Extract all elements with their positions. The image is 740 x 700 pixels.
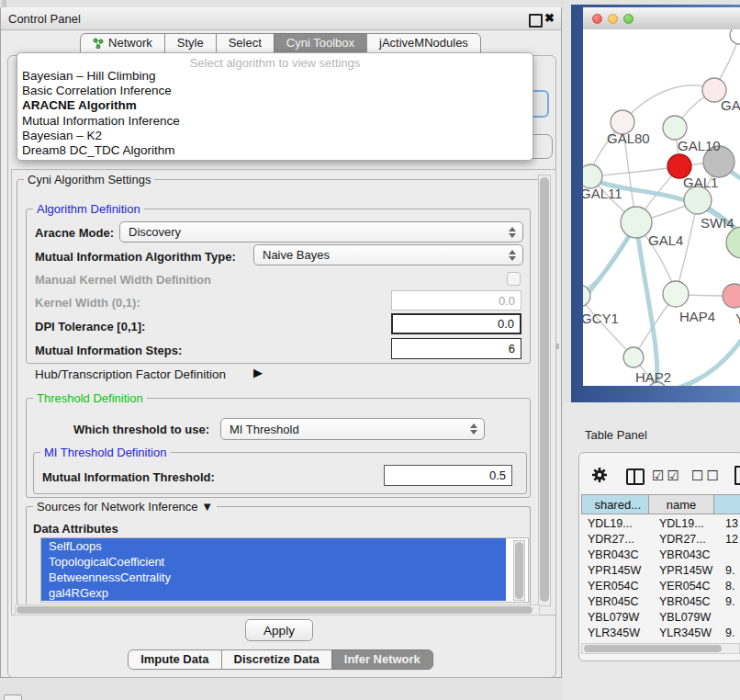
node-label-GAL10: GAL10 <box>678 138 721 153</box>
network-node[interactable] <box>723 284 740 308</box>
table-cell: YBR043C <box>588 548 652 561</box>
node-label-SWI4: SWI4 <box>701 215 734 231</box>
table-row[interactable]: YDR27...YDR27...12 <box>581 533 740 548</box>
table-horizontal-scrollbar[interactable] <box>581 643 740 654</box>
close-icon[interactable]: ✖ <box>544 11 555 25</box>
table-panel-title: Table Panel <box>585 428 647 442</box>
table-cell: YBR043C <box>659 548 720 561</box>
collapse-down-icon[interactable]: ▼ <box>201 500 213 514</box>
network-edge[interactable] <box>583 296 633 357</box>
network-node[interactable] <box>663 281 689 307</box>
list-scrollbar-thumb[interactable] <box>515 542 523 599</box>
float-window-icon[interactable] <box>529 14 543 28</box>
data-attribute-item[interactable]: BetweennessCentrality <box>41 570 506 585</box>
control-panel-tabbar: NetworkStyleSelectCyni ToolboxjActiveMNo… <box>0 33 562 53</box>
which-threshold-label: Which threshold to use: <box>73 423 209 436</box>
table-row[interactable]: YBR043CYBR043C <box>581 548 740 564</box>
tab-impute-data[interactable]: Impute Data <box>128 649 221 670</box>
table-row[interactable]: YBL079WYBL079W <box>581 611 740 627</box>
algorithm-option[interactable]: Bayesian – Hill Climbing <box>17 69 533 84</box>
mi-algorithm-type-combo[interactable]: Naive Bayes <box>253 244 523 265</box>
table-cell: YDL19... <box>659 517 720 530</box>
mi-steps-field[interactable]: 6 <box>391 338 521 359</box>
dropdown-placeholder: Select algorithm to view settings <box>17 53 533 69</box>
algorithm-option[interactable]: Basic Correlation Inference <box>17 84 533 98</box>
tab-label: Network <box>108 33 152 53</box>
tab-style[interactable]: Style <box>164 33 217 53</box>
table-row[interactable]: YDL19...YDL19...13 <box>581 517 740 533</box>
mi-threshold-field[interactable]: 0.5 <box>384 465 512 486</box>
network-canvas[interactable]: GALGAL80GAL10GAL1GAL11SWI4GAL4GCY1HAP4YH… <box>583 29 740 386</box>
data-attributes-list[interactable]: SelfLoopsTopologicalCoefficientBetweenne… <box>40 537 529 603</box>
network-window-titlebar[interactable] <box>583 7 740 30</box>
select-all-columns-icon[interactable]: ☑☑ <box>652 468 682 484</box>
which-threshold-combo[interactable]: MI Threshold <box>220 418 485 440</box>
data-attribute-item[interactable]: SelfLoops <box>41 538 506 554</box>
aracne-mode-combo[interactable]: Discovery <box>119 221 523 243</box>
table-rows: YDL19...YDL19...13YDR27...YDR27...12YBR0… <box>581 515 740 643</box>
dropdown-items: Bayesian – Hill ClimbingBasic Correlatio… <box>17 69 533 158</box>
manual-kernel-width-checkbox[interactable] <box>507 272 521 286</box>
minimize-traffic-light-icon[interactable] <box>608 14 618 24</box>
algorithm-option[interactable]: ARACNE Algorithm <box>17 98 533 113</box>
expand-right-icon[interactable]: ▶ <box>253 366 263 379</box>
table-row[interactable]: YBR045CYBR045C9. <box>581 595 740 611</box>
column-header-shared...[interactable]: shared... <box>581 494 649 514</box>
tab-network[interactable]: Network <box>80 33 165 53</box>
node-label-GAL1: GAL1 <box>683 175 718 190</box>
network-node[interactable] <box>726 227 740 258</box>
tab-label: jActiveMNodules <box>379 33 468 53</box>
divider-handle[interactable] <box>556 344 559 349</box>
network-node[interactable] <box>730 29 740 44</box>
deselect-all-columns-icon[interactable]: ☐☐ <box>691 468 722 484</box>
table-cell: YER054C <box>588 580 652 593</box>
application-root: Control Panel ✖ NetworkStyleSelectCyni T… <box>0 0 740 700</box>
document-icon-fragment[interactable] <box>734 466 740 485</box>
network-node[interactable] <box>623 347 644 367</box>
algorithm-option[interactable]: Dream8 DC_TDC Algorithm <box>17 143 533 158</box>
data-attribute-item[interactable]: TopologicalCoefficient <box>41 554 506 570</box>
table-hscrollbar-thumb[interactable] <box>584 645 722 652</box>
network-node[interactable] <box>663 116 687 140</box>
column-header-extra[interactable] <box>714 494 740 514</box>
algorithm-option[interactable]: Mutual Information Inference <box>17 114 533 129</box>
bottom-left-button-fragment[interactable] <box>4 694 22 700</box>
network-edge[interactable] <box>590 166 679 176</box>
tab-discretize-data[interactable]: Discretize Data <box>221 649 332 670</box>
settings-hscrollbar-thumb[interactable] <box>17 606 533 614</box>
network-node[interactable] <box>684 186 712 214</box>
settings-scrollbar-thumb[interactable] <box>540 177 549 602</box>
table-cell: 9. <box>725 595 740 608</box>
network-edge[interactable] <box>622 85 714 122</box>
sources-group-title: Sources for Network Inference ▼ <box>33 500 217 514</box>
table-row[interactable]: YLR345WYLR345W9. <box>581 627 740 642</box>
mi-steps-label: Mutual Information Steps: <box>35 344 182 357</box>
network-node[interactable] <box>621 207 652 238</box>
node-label-GAL4: GAL4 <box>648 232 683 248</box>
apply-button[interactable]: Apply <box>245 619 313 641</box>
table-settings-gear-icon[interactable] <box>591 467 608 483</box>
tab-cyni-toolbox[interactable]: Cyni Toolbox <box>274 33 367 53</box>
settings-vertical-scrollbar[interactable] <box>538 175 551 606</box>
split-columns-icon[interactable] <box>626 469 645 485</box>
table-row[interactable]: YER054CYER054C8. <box>581 580 740 595</box>
network-edge-highlighted[interactable] <box>583 224 636 312</box>
hub-definition-expander-label[interactable]: Hub/Transcription Factor Definition <box>35 367 226 381</box>
tab-label: Style <box>177 33 204 53</box>
close-traffic-light-icon[interactable] <box>592 14 602 24</box>
bottom-tabbar: Impute DataDiscretize DataInfer Network <box>0 649 562 670</box>
list-vertical-scrollbar[interactable] <box>513 540 525 601</box>
dpi-tolerance-field[interactable]: 0.0 <box>391 313 521 334</box>
settings-horizontal-scrollbar[interactable] <box>15 604 540 615</box>
column-header-name[interactable]: name <box>649 494 714 514</box>
tab-jactivemnodules[interactable]: jActiveMNodules <box>366 33 481 53</box>
data-attribute-item[interactable]: gal4RGexp <box>41 585 506 601</box>
algorithm-option[interactable]: Bayesian – K2 <box>17 129 533 143</box>
tab-select[interactable]: Select <box>216 33 275 53</box>
kernel-width-field[interactable]: 0.0 <box>391 290 521 310</box>
zoom-traffic-light-icon[interactable] <box>623 14 633 24</box>
table-cell: YBR045C <box>588 595 652 608</box>
table-row[interactable]: YPR145WYPR145W9. <box>581 564 740 580</box>
table-cell: YPR145W <box>659 564 720 577</box>
tab-infer-network[interactable]: Infer Network <box>331 649 433 670</box>
